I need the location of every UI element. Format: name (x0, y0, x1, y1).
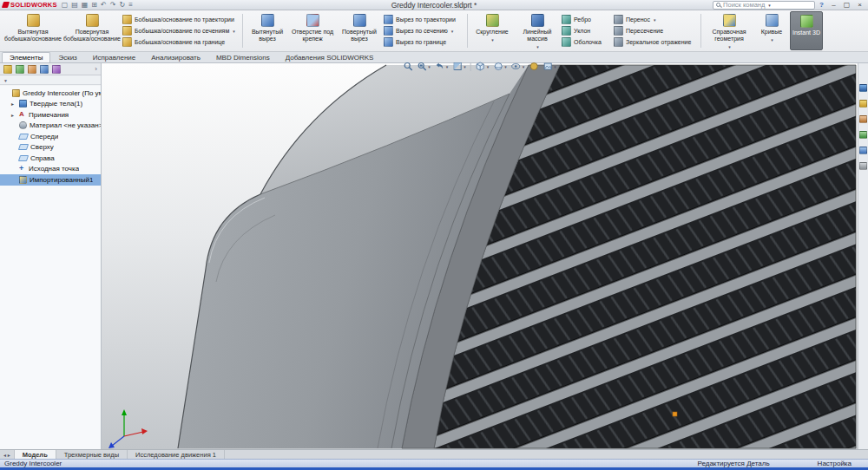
dimxpertmanager-tab-icon[interactable] (40, 65, 49, 74)
lofted-cut-button[interactable]: Вырез по сечению (384, 25, 464, 36)
ribbon-group-features: Скругление Линейный массив Ребро Уклон О… (469, 11, 700, 50)
new-icon[interactable]: ▢ (62, 2, 69, 9)
button-label: Вырез по траектории (396, 16, 456, 23)
reference-geometry-button[interactable]: Справочная геометрия (705, 11, 753, 50)
command-search-input[interactable]: Поиск команд (713, 1, 815, 10)
tab-mbd-dimensions[interactable]: MBD Dimensions (208, 52, 278, 62)
custom-properties-icon[interactable] (859, 162, 867, 170)
mirror-button[interactable]: Зеркальное отражение (614, 36, 697, 48)
rib-button[interactable]: Ребро (562, 14, 612, 25)
minimize-button[interactable]: – (828, 1, 839, 10)
undo-icon[interactable]: ↶ (101, 2, 107, 9)
configurationmanager-tab-icon[interactable] (28, 65, 36, 74)
window-controls: – ▢ × (828, 1, 865, 10)
fillet-button[interactable]: Скругление (471, 11, 513, 50)
tab-features[interactable]: Элементы (2, 52, 50, 62)
button-label: Отверстие под крепеж (290, 29, 335, 42)
tree-item-label: Справа (30, 154, 55, 162)
shell-icon (562, 37, 571, 47)
tree-item-part-root[interactable]: Greddy Intercooler (По умолчанию< (0, 88, 101, 99)
revolved-boss-button[interactable]: Повернутая бобышка/основание (63, 11, 121, 50)
tree-item-right-plane[interactable]: Справа (0, 153, 101, 164)
move-button[interactable]: Перенос (614, 14, 697, 25)
tree-item-front-plane[interactable]: Спереди (0, 131, 101, 142)
revolved-cut-button[interactable]: Повернутый вырез (337, 11, 382, 50)
tab-solidworks-addins[interactable]: Добавления SOLIDWORKS (278, 52, 382, 62)
file-explorer-icon[interactable] (859, 115, 867, 123)
instant3d-button[interactable]: Instant 3D (790, 11, 823, 50)
tree-item-origin[interactable]: Исходная точка (0, 164, 101, 175)
lofted-boss-icon (122, 26, 132, 36)
appearances-icon[interactable] (859, 147, 867, 154)
tab-sketch[interactable]: Эскиз (50, 52, 84, 62)
redo-icon[interactable]: ↷ (110, 2, 116, 9)
section-view-icon (452, 62, 462, 71)
extruded-boss-button[interactable]: Вытянутая бобышка/основание (4, 11, 62, 50)
options-icon[interactable]: ≡ (128, 2, 133, 9)
draft-button[interactable]: Уклон (562, 25, 612, 36)
save-icon[interactable]: ▦ (82, 2, 89, 9)
hide-show-items-button[interactable] (511, 62, 525, 71)
expand-caret-icon[interactable] (11, 111, 16, 119)
tab-model[interactable]: Модель (14, 450, 56, 459)
titlebar-right: Поиск команд ? – ▢ × (713, 1, 865, 10)
boundary-cut-button[interactable]: Вырез по границе (384, 36, 464, 48)
extruded-cut-button[interactable]: Вытянутый вырез (247, 11, 288, 50)
swept-boss-button[interactable]: Бобышка/основание по траектории (122, 14, 239, 25)
tree-item-solid-bodies[interactable]: Твердые тела(1) (0, 99, 101, 110)
tree-item-top-plane[interactable]: Сверху (0, 142, 101, 153)
mirror-icon (614, 37, 623, 47)
shell-button[interactable]: Оболочка (562, 36, 612, 48)
open-icon[interactable]: ▤ (71, 2, 78, 9)
section-view-button[interactable] (452, 62, 466, 71)
ribbon-separator (242, 14, 243, 48)
intercooler-model[interactable] (102, 63, 858, 449)
design-library-icon[interactable] (859, 100, 867, 108)
apply-scene-button[interactable] (542, 62, 556, 71)
panel-collapse-chevron-icon[interactable]: › (95, 65, 97, 73)
print-icon[interactable]: ⊞ (91, 2, 97, 9)
filter-dropdown-icon[interactable] (3, 75, 8, 84)
hole-wizard-button[interactable]: Отверстие под крепеж (290, 11, 335, 50)
featuremanager-tab-icon[interactable] (3, 65, 12, 74)
boundary-boss-icon (122, 37, 132, 47)
tree-item-label: Сверху (30, 143, 54, 151)
close-button[interactable]: × (854, 1, 865, 10)
tree-item-label: Примечания (29, 111, 69, 119)
edit-appearance-button[interactable] (529, 62, 538, 71)
view-orientation-button[interactable] (476, 62, 490, 71)
tree-filter-bar[interactable] (0, 75, 101, 85)
tab-repair[interactable]: Исправление (85, 52, 144, 62)
tree-item-material[interactable]: Материал <не указан> (0, 121, 101, 132)
solidworks-logo-text: SOLIDWORKS (10, 1, 57, 9)
help-button[interactable]: ? (819, 1, 824, 9)
button-label: Вытянутая бобышка/основание (4, 29, 62, 42)
solidworks-resources-icon[interactable] (859, 84, 867, 92)
zoom-area-button[interactable] (417, 62, 431, 71)
displaymanager-tab-icon[interactable] (52, 65, 61, 74)
previous-view-button[interactable] (435, 62, 449, 71)
tab-motion-study[interactable]: Исследование движения 1 (128, 450, 225, 459)
tab-scroll-arrows[interactable]: ◂ ▸ (0, 450, 14, 459)
view-palette-icon[interactable] (859, 131, 867, 139)
graphics-viewport[interactable] (102, 63, 858, 449)
customize-button[interactable]: Настройка (818, 460, 852, 467)
curves-button[interactable]: Кривые (755, 11, 788, 50)
rebuild-icon[interactable]: ↻ (119, 2, 125, 9)
maximize-button[interactable]: ▢ (841, 1, 852, 10)
intersect-button[interactable]: Пересечение (614, 25, 697, 36)
display-style-button[interactable] (493, 62, 507, 71)
tab-3d-views[interactable]: Трехмерные виды (56, 450, 128, 459)
expand-caret-icon[interactable] (11, 100, 16, 108)
propertymanager-tab-icon[interactable] (16, 65, 24, 74)
tab-evaluate[interactable]: Анализировать (143, 52, 208, 62)
linear-pattern-button[interactable]: Линейный массив (515, 11, 560, 50)
tree-item-annotations[interactable]: Примечания (0, 109, 101, 121)
swept-cut-button[interactable]: Вырез по траектории (384, 14, 464, 25)
tree-item-imported1[interactable]: Импортированный1 (0, 174, 101, 186)
solidworks-logo-icon (2, 2, 10, 8)
button-label: Вырез по сечению (396, 28, 448, 34)
lofted-boss-button[interactable]: Бобышка/основание по сечениям (122, 25, 239, 36)
boundary-boss-button[interactable]: Бобышка/основание на границе (122, 36, 239, 48)
zoom-fit-button[interactable] (403, 62, 412, 71)
